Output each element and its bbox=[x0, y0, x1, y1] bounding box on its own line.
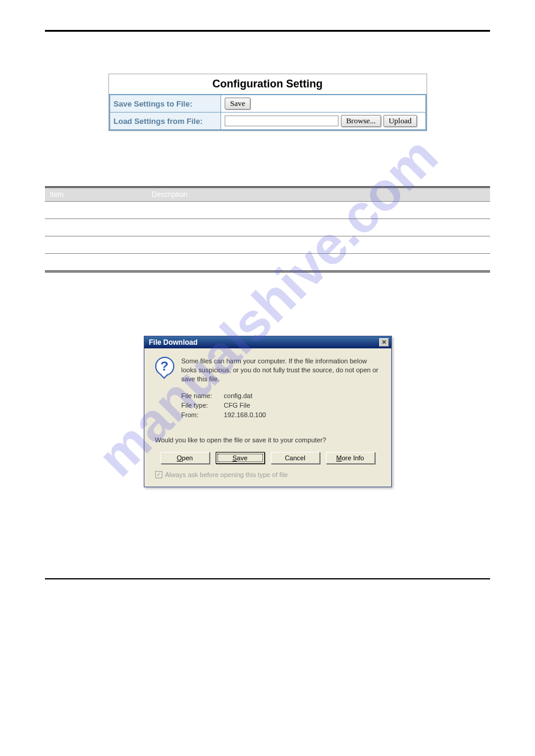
saveproc-step2: 2. The File Download dialog appears. Cli… bbox=[45, 314, 490, 323]
filename-label: File name: bbox=[182, 392, 222, 399]
config-table: Save Settings to File: Save Load Setting… bbox=[109, 94, 427, 130]
filetype-label: File type: bbox=[182, 402, 222, 409]
desc-r3-desc: Click to upload the configuration file t… bbox=[147, 254, 490, 272]
saveproc-step1: 1. Click Save on the Configuration Setti… bbox=[45, 303, 490, 312]
open-button[interactable]: Open bbox=[161, 452, 210, 464]
save-button[interactable]: Save bbox=[225, 98, 250, 110]
desc-r3-item: Upload bbox=[45, 254, 147, 272]
question-icon: ? bbox=[155, 357, 174, 376]
save-row-label: Save Settings to File: bbox=[110, 95, 221, 113]
config-title: Configuration Setting bbox=[109, 74, 427, 94]
desc-col-desc: Description bbox=[147, 187, 490, 202]
file-download-dialog: File Download ✕ ? Some files can harm yo… bbox=[144, 336, 392, 487]
always-ask-checkbox: ✓ bbox=[155, 471, 162, 478]
filetype-value: CFG File bbox=[224, 402, 250, 409]
dialog-title: File Download bbox=[149, 338, 198, 347]
desc-r0-item: Save Settings to File bbox=[45, 202, 147, 219]
desc-col-item: Item bbox=[45, 187, 147, 202]
footer-right: Administration bbox=[448, 583, 490, 590]
saveproc-heading: Save Settings bbox=[45, 290, 490, 300]
dialog-warning-text: Some files can harm your computer. If th… bbox=[182, 357, 380, 384]
desc-r2-desc: Click Browse to find the configuration f… bbox=[147, 236, 490, 254]
save-dialog-button[interactable]: Save bbox=[216, 452, 265, 464]
saveproc-step3: 3. Select the file location and click Sa… bbox=[45, 498, 490, 506]
figure-caption: Figure 36 – Configuration Setting bbox=[45, 137, 141, 144]
dialog-prompt: Would you like to open the file or save … bbox=[155, 436, 380, 444]
dialog-titlebar: File Download ✕ bbox=[144, 336, 391, 348]
upload-button[interactable]: Upload bbox=[383, 115, 417, 127]
from-label: From: bbox=[182, 411, 222, 418]
load-file-input[interactable] bbox=[225, 116, 338, 126]
load-row-label: Load Settings from File: bbox=[110, 113, 221, 130]
desc-r1-item: Load Settings from File bbox=[45, 219, 147, 236]
from-value: 192.168.0.100 bbox=[224, 411, 266, 418]
desc-r0-desc: Click Save to save the current configura… bbox=[147, 202, 490, 219]
desc-intro: The following table describes the labels… bbox=[45, 174, 490, 183]
footer-left: 4-22 bbox=[45, 583, 58, 590]
desc-r1-desc: Enter the configuration file name in the… bbox=[147, 219, 490, 236]
cancel-button[interactable]: Cancel bbox=[271, 452, 320, 464]
close-icon[interactable]: ✕ bbox=[379, 338, 389, 347]
top-rule bbox=[45, 30, 490, 32]
bottom-rule bbox=[45, 578, 490, 579]
header-right: GXT-2000 bbox=[457, 18, 490, 26]
more-info-button[interactable]: More Info bbox=[326, 452, 375, 464]
header-left: User's Manual bbox=[45, 18, 90, 26]
always-ask-label: Always ask before opening this type of f… bbox=[165, 471, 288, 478]
filename-value: config.dat bbox=[224, 392, 253, 399]
config-panel: Configuration Setting Save Settings to F… bbox=[108, 74, 427, 131]
browse-button[interactable]: Browse... bbox=[341, 115, 381, 127]
desc-table: Item Description Save Settings to File C… bbox=[45, 186, 490, 272]
desc-r2-item: Browse bbox=[45, 236, 147, 254]
